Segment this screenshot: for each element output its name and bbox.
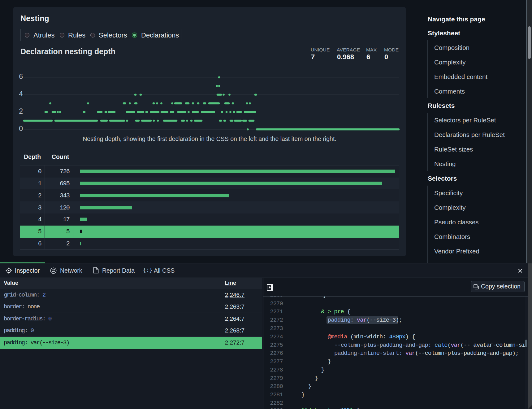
- svg-text:2: 2: [19, 107, 23, 115]
- svg-text:0: 0: [19, 125, 23, 133]
- svg-text:4: 4: [19, 90, 23, 98]
- svg-text:6: 6: [19, 73, 23, 81]
